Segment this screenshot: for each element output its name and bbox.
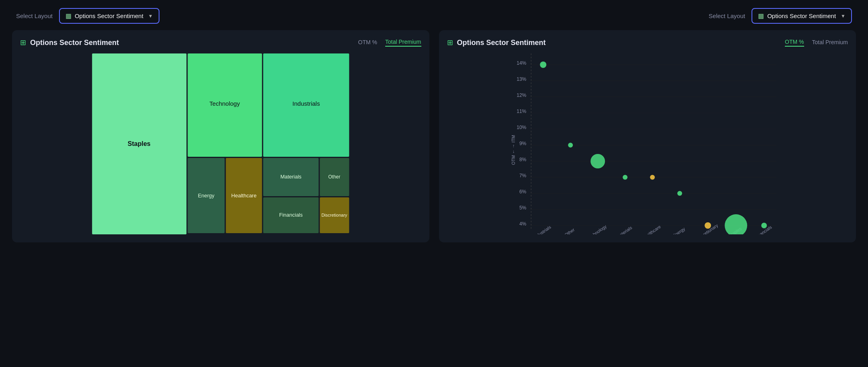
left-tab-group: OTM % Total Premium	[358, 39, 421, 47]
svg-text:14%: 14%	[517, 60, 526, 66]
right-layout-group: Select Layout ▩ Options Sector Sentiment…	[709, 8, 852, 24]
svg-text:9%: 9%	[519, 141, 526, 146]
svg-text:Energy: Energy	[198, 193, 215, 199]
right-panel-header: ⊞ Options Sector Sentiment OTM % Total P…	[447, 38, 848, 47]
left-panel-title: Options Sector Sentiment	[30, 39, 119, 47]
left-tab-otm[interactable]: OTM %	[358, 39, 377, 46]
svg-text:Technology: Technology	[209, 100, 240, 107]
left-tab-total-premium[interactable]: Total Premium	[385, 39, 421, 47]
svg-text:7%: 7%	[519, 173, 526, 178]
svg-text:Financials: Financials	[279, 212, 303, 218]
svg-text:Healthcare: Healthcare	[231, 193, 257, 199]
svg-text:Energy: Energy	[672, 226, 686, 234]
right-panel: ⊞ Options Sector Sentiment OTM % Total P…	[439, 30, 856, 242]
left-dropdown-text: Options Sector Sentiment	[75, 12, 143, 19]
svg-text:Other: Other	[328, 174, 340, 180]
bubble-staples	[725, 214, 747, 234]
bubble-discretionary	[705, 222, 711, 229]
right-tab-group: OTM % Total Premium	[785, 39, 848, 47]
right-panel-title: Options Sector Sentiment	[457, 39, 546, 47]
svg-text:Materials: Materials	[280, 174, 302, 180]
left-layout-group: Select Layout ▩ Options Sector Sentiment…	[16, 8, 159, 24]
chart-icon-left: ▩	[65, 12, 71, 20]
left-panel: ⊞ Options Sector Sentiment OTM % Total P…	[12, 30, 429, 242]
svg-text:Discretionary: Discretionary	[321, 213, 347, 217]
svg-text:10%: 10%	[517, 125, 526, 130]
chart-icon-right: ▩	[758, 12, 764, 20]
svg-text:Industrials: Industrials	[532, 224, 551, 234]
scatter-svg: 14% 13% 12% 11% 10% 9% 8% 7% 6% 5% 4% OT…	[447, 53, 848, 234]
svg-text:Healthcare: Healthcare	[641, 224, 661, 234]
left-panel-header: ⊞ Options Sector Sentiment OTM % Total P…	[20, 38, 421, 47]
svg-text:6%: 6%	[519, 189, 526, 195]
svg-text:5%: 5%	[519, 205, 526, 211]
bubble-materials	[623, 175, 627, 180]
svg-text:OTM ← → ITM: OTM ← → ITM	[511, 135, 516, 165]
treemap-svg: Staples Technology Industrials Energy He…	[20, 53, 421, 234]
chevron-down-icon-right: ▼	[841, 13, 846, 19]
chevron-down-icon-left: ▼	[148, 13, 153, 19]
right-layout-dropdown[interactable]: ▩ Options Sector Sentiment ▼	[752, 8, 852, 24]
right-dropdown-text: Options Sector Sentiment	[767, 12, 836, 19]
svg-text:11%: 11%	[517, 109, 526, 114]
svg-text:Other: Other	[564, 227, 576, 234]
charts-container: ⊞ Options Sector Sentiment OTM % Total P…	[12, 30, 856, 242]
bubble-financials	[761, 223, 767, 228]
left-title-group: ⊞ Options Sector Sentiment	[20, 38, 119, 47]
svg-text:13%: 13%	[517, 76, 526, 82]
right-title-group: ⊞ Options Sector Sentiment	[447, 38, 546, 47]
svg-text:12%: 12%	[517, 92, 526, 98]
bubble-other	[568, 143, 573, 148]
right-tab-otm[interactable]: OTM %	[785, 39, 804, 47]
right-tab-total-premium[interactable]: Total Premium	[812, 39, 848, 46]
svg-text:4%: 4%	[519, 221, 526, 227]
svg-text:Materials: Materials	[615, 225, 633, 234]
left-layout-dropdown[interactable]: ▩ Options Sector Sentiment ▼	[59, 8, 159, 24]
svg-text:Industrials: Industrials	[292, 100, 320, 107]
top-bar: Select Layout ▩ Options Sector Sentiment…	[12, 8, 856, 24]
bubble-healthcare	[650, 175, 655, 180]
bubble-industrials	[540, 62, 546, 68]
left-panel-icon: ⊞	[20, 38, 26, 47]
svg-text:Technology: Technology	[586, 224, 607, 234]
bubble-technology	[590, 154, 605, 168]
right-layout-label: Select Layout	[709, 12, 745, 19]
right-panel-icon: ⊞	[447, 38, 453, 47]
bubble-energy	[677, 191, 682, 196]
left-layout-label: Select Layout	[16, 12, 53, 19]
svg-text:Staples: Staples	[128, 140, 151, 147]
svg-text:8%: 8%	[519, 157, 526, 162]
